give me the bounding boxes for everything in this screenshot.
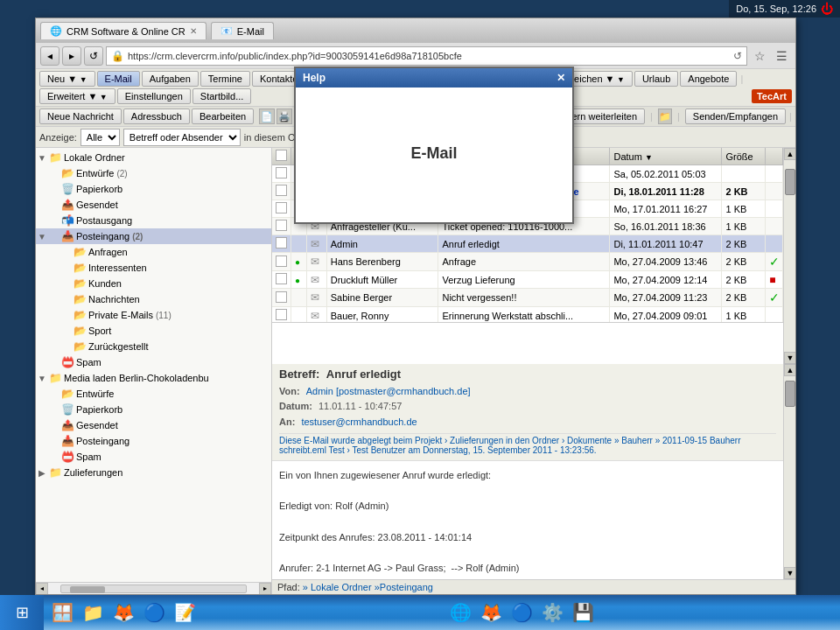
erweitert-button[interactable]: Erweitert ▼	[39, 88, 116, 104]
sidebar-item-postausgang[interactable]: 📬 Postausgang	[36, 213, 271, 228]
table-row[interactable]: ✉ Bauer, Ronny Erinnerung Werkstatt absc…	[272, 307, 783, 324]
row-check[interactable]	[272, 165, 291, 183]
preview-vscrollbar[interactable]: ▲ ▼	[783, 364, 795, 580]
row-checkbox[interactable]	[276, 202, 287, 214]
row-check[interactable]	[272, 253, 291, 271]
row-checkbox[interactable]	[276, 220, 287, 231]
adressbuch-button[interactable]: Adressbuch	[123, 108, 190, 124]
row-check[interactable]	[272, 218, 291, 235]
row-from[interactable]: Bauer, Ronny	[326, 307, 438, 324]
row-check[interactable]	[272, 183, 291, 200]
sidebar-hscrollbar[interactable]: ◂ ▸	[36, 582, 271, 594]
sidebar-item-entwuerfe[interactable]: 📂 Entwürfe (2)	[36, 165, 271, 181]
row-checkbox[interactable]	[276, 309, 287, 320]
vscroll-thumb[interactable]	[785, 169, 795, 195]
sidebar-item-kunden[interactable]: 📂 Kunden	[36, 276, 271, 291]
row-checkbox[interactable]	[276, 256, 287, 267]
sidebar-item-media-entwuerfe[interactable]: 📂 Entwürfe	[36, 386, 271, 402]
row-check[interactable]	[272, 235, 291, 253]
taskbar-icon-dw[interactable]: 📝	[171, 598, 199, 626]
sidebar-item-media-spam[interactable]: 📛 Spam	[36, 449, 271, 465]
bookmark-icon[interactable]: ☆	[750, 46, 769, 66]
neu-button[interactable]: Neu ▼	[39, 71, 95, 87]
sidebar-item-lokale-ordner[interactable]: ▼ 📁 Lokale Ordner	[36, 150, 271, 165]
taskbar-icon-folder[interactable]: 📁	[79, 598, 107, 626]
row-check[interactable]	[272, 200, 291, 218]
neue-nachricht-button[interactable]: Neue Nachricht	[39, 108, 122, 124]
taskbar-icon-app2[interactable]: 🦊	[477, 598, 505, 626]
sidebar-item-private[interactable]: 📂 Private E-Mails (11)	[36, 307, 271, 323]
row-subject[interactable]: Erinnerung Werkstatt abschli...	[438, 307, 610, 324]
row-from[interactable]: Druckluft Müller	[326, 271, 438, 289]
table-row[interactable]: ● ✉ Druckluft Müller Verzug Lieferung Mo…	[272, 271, 783, 289]
start-button[interactable]: ⊞	[0, 595, 44, 630]
row-from[interactable]: Hans Berenberg	[326, 253, 438, 271]
row-checkbox[interactable]	[276, 185, 287, 196]
forward-button[interactable]: ▸	[62, 46, 81, 66]
startbild-button[interactable]: Startbild...	[192, 88, 252, 104]
row-subject[interactable]: Anruf erledigt	[438, 235, 610, 253]
sidebar-item-media-papierkorb[interactable]: 🗑️ Papierkorb	[36, 402, 271, 417]
close-icon[interactable]: ⏻	[821, 2, 833, 16]
taskbar-icon-settings[interactable]: 🌐	[446, 598, 474, 626]
col-header-datum[interactable]: Datum ▼	[610, 148, 722, 165]
row-check[interactable]	[272, 271, 291, 289]
row-subject[interactable]: Nicht vergessen!!	[438, 289, 610, 307]
sidebar-item-papierkorb[interactable]: 🗑️ Papierkorb	[36, 181, 271, 197]
taskbar-icon-chrome[interactable]: 🔵	[140, 598, 168, 626]
aufgaben-button[interactable]: Aufgaben	[142, 71, 199, 87]
hscroll-right[interactable]: ▸	[259, 583, 271, 595]
menu-icon[interactable]: ☰	[772, 46, 791, 66]
row-subject[interactable]: Anfrage	[438, 253, 610, 271]
urlaub-button[interactable]: Urlaub	[634, 71, 678, 87]
taskbar-icon-firefox[interactable]: 🦊	[109, 598, 137, 626]
row-checkbox[interactable]	[276, 291, 287, 303]
sidebar-item-nachrichten[interactable]: 📂 Nachrichten	[36, 291, 271, 307]
sidebar-item-zurueckgestellt[interactable]: 📂 Zurückgestellt	[36, 339, 271, 354]
sidebar-item-interessenten[interactable]: 📂 Interessenten	[36, 260, 271, 276]
bearbeiten-button[interactable]: Bearbeiten	[192, 108, 254, 124]
toolbar-icon5[interactable]: 📁	[658, 108, 672, 124]
sidebar-item-zulieferungen[interactable]: ▶ 📁 Zulieferungen	[36, 465, 271, 480]
termine-button[interactable]: Termine	[200, 71, 250, 87]
select-all-checkbox[interactable]	[276, 150, 287, 161]
sidebar-item-media-laden[interactable]: ▼ 📁 Media laden Berlin-Chokoladenbu	[36, 370, 271, 386]
email-button[interactable]: E-Mail	[97, 71, 140, 87]
reload-button[interactable]: ↺	[84, 46, 103, 66]
row-checkbox[interactable]	[276, 167, 287, 178]
row-checkbox[interactable]	[276, 237, 287, 248]
sidebar-item-anfragen[interactable]: 📂 Anfragen	[36, 244, 271, 260]
sidebar-item-sport[interactable]: 📂 Sport	[36, 323, 271, 339]
row-checkbox[interactable]	[276, 273, 287, 284]
toolbar-icon1[interactable]: 📄	[259, 108, 275, 124]
preview-vscroll-up[interactable]: ▲	[784, 364, 795, 376]
angebote-button[interactable]: Angebote	[680, 71, 737, 87]
col-header-check[interactable]	[272, 148, 291, 165]
sidebar-item-gesendet[interactable]: 📤 Gesendet	[36, 197, 271, 213]
sidebar-item-posteingang[interactable]: ▼ 📥 Posteingang (2)	[36, 228, 271, 244]
tab-crm[interactable]: 🌐 CRM Software & Online CR ✕	[40, 22, 206, 39]
tab-crm-close[interactable]: ✕	[190, 26, 197, 36]
einstellungen-button[interactable]: Einstellungen	[117, 88, 191, 104]
table-row[interactable]: ✉ Sabine Berger Nicht vergessen!! Mo, 27…	[272, 289, 783, 307]
table-row[interactable]: ● ✉ Hans Berenberg Anfrage Mo, 27.04.200…	[272, 253, 783, 271]
col-header-groesse[interactable]: Größe	[722, 148, 766, 165]
row-from[interactable]: Sabine Berger	[326, 289, 438, 307]
vscroll-up[interactable]: ▲	[784, 148, 795, 160]
senden-button[interactable]: Senden/Empfangen	[685, 108, 786, 124]
col-header-status[interactable]	[766, 148, 783, 165]
row-check[interactable]	[272, 289, 291, 307]
row-from[interactable]: Admin	[326, 235, 438, 253]
row-check[interactable]	[272, 307, 291, 324]
tab-email[interactable]: 📧 E-Mail	[211, 22, 274, 39]
anzeige-select[interactable]: Alle	[80, 129, 120, 146]
email-vscrollbar[interactable]: ▲ ▼	[783, 148, 795, 364]
taskbar-icon-app5[interactable]: 💾	[569, 598, 597, 626]
sidebar-item-media-posteingang[interactable]: 📥 Posteingang	[36, 433, 271, 449]
von-value[interactable]: Admin [postmaster@crmhandbuch.de]	[306, 386, 471, 396]
vscroll-down[interactable]: ▼	[784, 352, 795, 364]
address-reload-icon[interactable]: ↺	[733, 50, 742, 62]
sidebar-item-spam[interactable]: 📛 Spam	[36, 354, 271, 370]
row-subject[interactable]: Verzug Lieferung	[438, 271, 610, 289]
an-value[interactable]: testuser@crmhandbuch.de	[301, 416, 416, 427]
